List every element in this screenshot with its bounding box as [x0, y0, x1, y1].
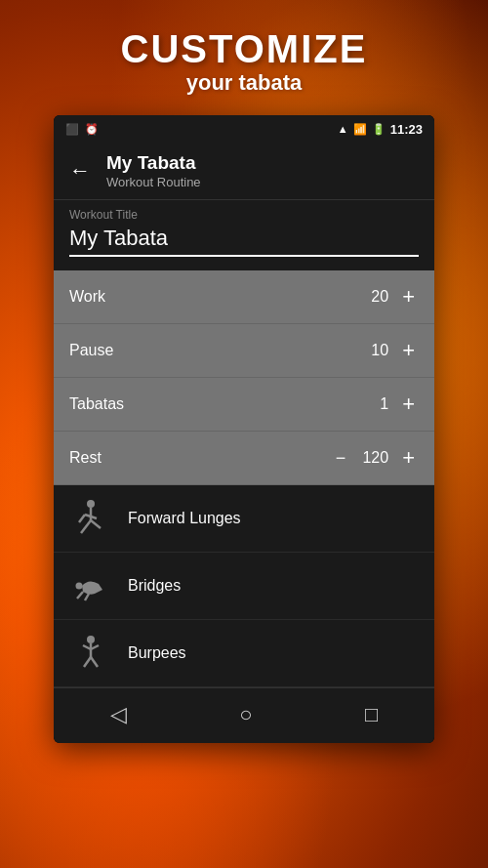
setting-value-rest: 120 — [359, 449, 388, 467]
recents-nav-button[interactable]: □ — [349, 698, 393, 731]
setting-row-rest: Rest − 120 + — [54, 432, 434, 485]
app-bar-subtitle: Workout Routine — [106, 175, 419, 189]
workout-title-input[interactable]: My Tabata — [69, 226, 419, 257]
wifi-icon: ▲ — [338, 123, 348, 135]
status-bar: ⬛ ⏰ ▲ 📶 🔋 11:23 — [54, 115, 434, 143]
app-bar-text: My Tabata Workout Routine — [106, 152, 419, 189]
burpee-figure-icon — [69, 632, 112, 675]
svg-line-3 — [91, 520, 101, 528]
rest-plus-button[interactable]: + — [398, 447, 419, 469]
exercise-name-bridges: Bridges — [128, 577, 181, 595]
settings-section: Work 20 + Pause 10 + Tabatas 1 + Rest — [54, 270, 434, 485]
phone-frame: ⬛ ⏰ ▲ 📶 🔋 11:23 ← My Tabata Workout Rout… — [54, 115, 434, 743]
exercise-row-bridges[interactable]: Bridges — [54, 553, 434, 620]
exercise-name-forward-lunges: Forward Lunges — [128, 510, 241, 527]
setting-label-work: Work — [69, 288, 105, 306]
hero-title: CUSTOMIZE — [0, 27, 488, 70]
setting-label-tabatas: Tabatas — [69, 395, 124, 413]
app-bar-title: My Tabata — [106, 152, 419, 175]
status-time: 11:23 — [390, 122, 423, 137]
bottom-nav: ◁ ○ □ — [54, 687, 434, 743]
lunge-figure-icon — [69, 497, 112, 540]
setting-controls-pause: 10 + — [359, 340, 419, 361]
rest-minus-button[interactable]: − — [332, 449, 350, 467]
tabatas-plus-button[interactable]: + — [398, 393, 419, 415]
setting-row-work: Work 20 + — [54, 270, 434, 324]
bridge-figure-icon — [69, 564, 112, 607]
svg-line-2 — [81, 520, 91, 533]
back-button[interactable]: ← — [69, 158, 91, 184]
hero-section: CUSTOMIZE your tabata — [0, 0, 488, 115]
exercise-row-forward-lunges[interactable]: Forward Lunges — [54, 485, 434, 553]
setting-row-pause: Pause 10 + — [54, 324, 434, 378]
pause-plus-button[interactable]: + — [398, 340, 419, 361]
exercise-row-burpees[interactable]: Burpees — [54, 620, 434, 687]
app-bar: ← My Tabata Workout Routine — [54, 143, 434, 200]
setting-value-work: 20 — [359, 288, 388, 306]
workout-title-section: Workout Title My Tabata — [54, 200, 434, 270]
setting-label-rest: Rest — [69, 449, 102, 467]
status-left-icons: ⬛ ⏰ — [65, 123, 99, 136]
exercises-section: Forward Lunges Bridges — [54, 485, 434, 687]
home-nav-button[interactable]: ○ — [224, 698, 267, 731]
svg-line-4 — [79, 515, 85, 522]
exercise-name-burpees: Burpees — [128, 644, 186, 662]
svg-line-8 — [85, 594, 89, 600]
setting-controls-work: 20 + — [359, 286, 419, 308]
battery-icon: 🔋 — [372, 123, 386, 136]
svg-line-7 — [77, 592, 83, 599]
workout-title-label: Workout Title — [69, 208, 419, 222]
setting-controls-tabatas: 1 + — [359, 393, 419, 415]
setting-value-tabatas: 1 — [359, 395, 388, 413]
svg-point-0 — [87, 500, 95, 508]
setting-value-pause: 10 — [359, 342, 388, 359]
svg-point-9 — [87, 636, 95, 643]
alarm-icon: ⏰ — [85, 123, 99, 136]
work-plus-button[interactable]: + — [398, 286, 419, 308]
setting-controls-rest: − 120 + — [332, 447, 419, 469]
setting-label-pause: Pause — [69, 342, 113, 359]
svg-line-13 — [84, 657, 91, 667]
back-nav-button[interactable]: ◁ — [95, 698, 142, 731]
setting-row-tabatas: Tabatas 1 + — [54, 378, 434, 432]
signal-icon: 📶 — [353, 123, 367, 136]
status-right-area: ▲ 📶 🔋 11:23 — [338, 122, 423, 137]
svg-line-14 — [91, 657, 98, 667]
hero-subtitle: your tabata — [0, 70, 488, 96]
image-icon: ⬛ — [65, 123, 79, 136]
svg-point-6 — [76, 582, 83, 589]
